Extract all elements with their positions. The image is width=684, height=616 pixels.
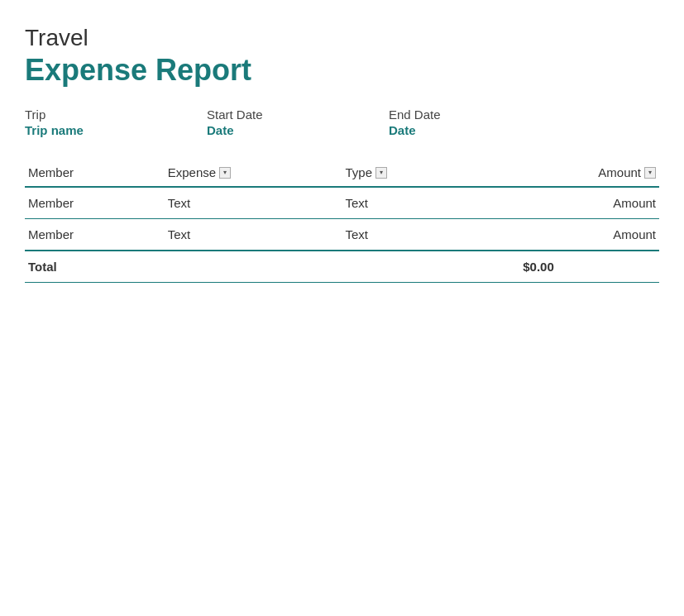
total-row: Total$0.00: [25, 251, 659, 283]
cell-amount: Amount: [519, 219, 659, 251]
cell-expense: Text: [165, 187, 342, 219]
trip-col-enddate: End Date Date: [389, 107, 571, 137]
start-date-value: Date: [207, 123, 389, 137]
total-label: Total: [25, 251, 165, 283]
table-row: MemberTextTextAmount: [25, 187, 659, 219]
col-header-type: Type ▾: [342, 160, 519, 187]
trip-info: Trip Trip name Start Date Date End Date …: [25, 107, 659, 137]
total-empty-2: [342, 251, 519, 283]
cell-expense: Text: [165, 219, 342, 251]
amount-dropdown-btn[interactable]: ▾: [644, 167, 656, 179]
expense-report-label: Expense Report: [25, 53, 659, 88]
total-amount: $0.00: [519, 251, 659, 283]
trip-col-startdate: Start Date Date: [207, 107, 389, 137]
cell-member: Member: [25, 187, 165, 219]
col-header-member: Member: [25, 160, 165, 187]
cell-amount: Amount: [519, 187, 659, 219]
end-date-value: Date: [389, 123, 571, 137]
col-header-expense: Expense ▾: [165, 160, 342, 187]
trip-label: Trip: [25, 107, 207, 122]
cell-type: Text: [342, 219, 519, 251]
total-empty-1: [165, 251, 342, 283]
end-date-label: End Date: [389, 107, 571, 122]
trip-col-name: Trip Trip name: [25, 107, 207, 137]
table-header-row: Member Expense ▾ Type ▾ Amount ▾: [25, 160, 659, 187]
trip-value: Trip name: [25, 123, 207, 137]
col-header-amount: Amount ▾: [519, 160, 659, 187]
type-dropdown-btn[interactable]: ▾: [375, 167, 387, 179]
table-row: MemberTextTextAmount: [25, 219, 659, 251]
expense-table: Member Expense ▾ Type ▾ Amount ▾: [25, 160, 659, 283]
start-date-label: Start Date: [207, 107, 389, 122]
cell-type: Text: [342, 187, 519, 219]
cell-member: Member: [25, 219, 165, 251]
travel-label: Travel: [25, 25, 659, 51]
expense-dropdown-btn[interactable]: ▾: [219, 167, 231, 179]
